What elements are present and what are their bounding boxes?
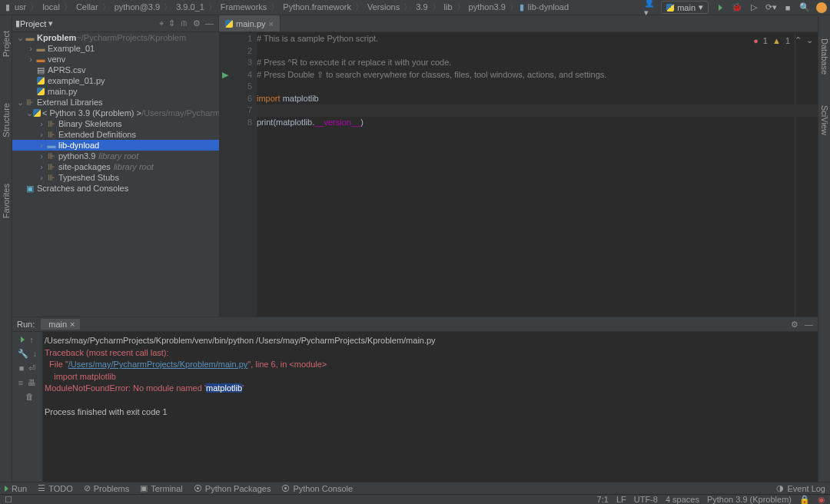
scroll-down-icon[interactable]: ↓	[33, 349, 38, 359]
print-icon[interactable]: 🖶	[28, 378, 36, 387]
bottom-toolbar: Run ☰ TODO ⊘ Problems ▣ Terminal ⦿ Pytho…	[0, 482, 830, 494]
python-icon	[666, 4, 674, 12]
tree-node[interactable]: ▤APRS.csv	[12, 65, 219, 75]
split-icon[interactable]: ⫙	[180, 18, 188, 28]
search-icon[interactable]: 🔍	[799, 2, 810, 13]
tree-node[interactable]: ⌄⊪External Libraries	[12, 97, 219, 108]
update-icon[interactable]: ⟳▾	[765, 2, 776, 13]
right-tool-strip: Database SciView	[818, 15, 830, 482]
editor-tabs: main.py ×	[219, 15, 281, 32]
breadcrumb-item[interactable]: python@3.9	[112, 2, 163, 12]
avatar[interactable]	[816, 2, 827, 13]
locate-icon[interactable]: ⌖	[159, 18, 164, 28]
run-gutter: ↑ 🔧↓ ■⏎ ≡🖶 🗑	[12, 332, 43, 482]
hide-panel-icon[interactable]: —	[205, 18, 214, 28]
python-console-tab[interactable]: ⦿ Python Console	[281, 484, 353, 493]
rerun-icon[interactable]	[21, 335, 25, 344]
tree-node[interactable]: example_01.py	[12, 75, 219, 86]
run-settings-icon[interactable]: ⚙	[791, 320, 798, 330]
tool-database[interactable]: Database	[820, 38, 829, 75]
project-tree[interactable]: ⌄▬Kproblem ~/PycharmProjects/Kproblem›▬E…	[12, 32, 220, 317]
tree-node[interactable]: ›⊪Binary Skeletons	[12, 118, 219, 129]
layout-icon[interactable]: ≡	[18, 378, 23, 387]
tree-node[interactable]: ›⊪site-packages library root	[12, 161, 219, 172]
stop-icon[interactable]: ■	[19, 363, 25, 373]
editor-tab-label: main.py	[236, 19, 266, 28]
soft-wrap-icon[interactable]: ⏎	[28, 363, 35, 373]
tool-favorites[interactable]: Favorites	[2, 184, 11, 218]
run-label: Run:	[17, 320, 35, 329]
inspection-summary[interactable]: ●1 ▲1 ⌃⌄	[753, 35, 813, 45]
run-tab[interactable]: Run	[5, 484, 27, 493]
app-icon: ▮	[3, 2, 12, 12]
lock-icon[interactable]: 🔒	[799, 495, 810, 505]
code-editor[interactable]: ▶ 12345678 # This is a sample Python scr…	[220, 32, 818, 317]
traceback-link[interactable]: /Users/may/PycharmProjects/Kproblem/main…	[68, 360, 248, 369]
run-console: ↑ 🔧↓ ■⏎ ≡🖶 🗑 /Users/may/PycharmProjects/…	[12, 332, 818, 482]
tree-node[interactable]: ›▬lib-dynload	[12, 140, 219, 151]
chevron-up-icon[interactable]: ⌃	[795, 35, 802, 45]
wrench-icon[interactable]: 🔧	[18, 349, 28, 359]
encoding[interactable]: UTF-8	[634, 495, 658, 505]
problems-tab[interactable]: ⊘ Problems	[84, 483, 129, 493]
interpreter[interactable]: Python 3.9 (Kproblem)	[707, 495, 792, 505]
todo-tab[interactable]: ☰ TODO	[38, 483, 73, 493]
run-config-tab[interactable]: main ×	[41, 319, 79, 330]
terminal-tab[interactable]: ▣ Terminal	[140, 483, 183, 493]
editor-tab[interactable]: main.py ×	[219, 15, 281, 32]
breadcrumb-item[interactable]: 3.9	[413, 2, 430, 12]
error-icon: ●	[753, 36, 759, 45]
run-icon[interactable]	[715, 2, 725, 13]
scroll-up-icon[interactable]: ↑	[29, 335, 34, 344]
trash-icon[interactable]: 🗑	[25, 392, 34, 401]
tree-node[interactable]: ›⊪python3.9 library root	[12, 151, 219, 161]
breadcrumb-item[interactable]: usr	[12, 2, 28, 12]
breadcrumb-item[interactable]: Versions	[365, 2, 402, 12]
tool-project[interactable]: Project	[2, 31, 11, 57]
status-left-icon[interactable]: ☐	[5, 495, 12, 505]
event-log-tab[interactable]: ◑ Event Log	[776, 483, 825, 493]
python-packages-tab[interactable]: ⦿ Python Packages	[194, 484, 271, 493]
hide-run-icon[interactable]: —	[805, 320, 813, 330]
run-config-selector[interactable]: main ▾	[661, 1, 709, 14]
sync-icon[interactable]: ■	[782, 2, 793, 13]
debug-icon[interactable]: 🐞	[732, 2, 742, 13]
line-ending[interactable]: LF	[616, 495, 626, 505]
code-area[interactable]: # This is a sample Python script. # Pres…	[257, 32, 818, 317]
breadcrumb-item[interactable]: Frameworks	[218, 2, 270, 12]
user-icon[interactable]: 👤▾	[644, 2, 655, 13]
indent[interactable]: 4 spaces	[666, 495, 699, 505]
project-toolbar: ▮ Project ▾ ⌖ ⇕ ⫙ ⚙ — main.py ×	[0, 15, 830, 32]
tree-node[interactable]: ›▬Example_01	[12, 43, 219, 54]
breadcrumb-item[interactable]: local	[40, 2, 62, 12]
tree-node[interactable]: ⌄< Python 3.9 (Kproblem) > /Users/may/Py…	[12, 108, 219, 118]
warning-icon: ▲	[772, 36, 781, 45]
breadcrumb-item[interactable]: Python.framework	[281, 2, 354, 12]
tree-node[interactable]: ›⊪Typeshed Stubs	[12, 172, 219, 183]
project-panel-title[interactable]: Project	[20, 19, 46, 28]
tree-node[interactable]: ▣Scratches and Consoles	[12, 183, 219, 194]
tree-node[interactable]: ⌄▬Kproblem ~/PycharmProjects/Kproblem	[12, 32, 219, 43]
expand-all-icon[interactable]: ⇕	[168, 18, 175, 28]
breadcrumb-item[interactable]: python3.9	[466, 2, 508, 12]
breadcrumb-item[interactable]: lib	[442, 2, 455, 12]
breadcrumb-item[interactable]: lib-dynload	[526, 2, 571, 12]
left-tool-strip: Project Structure Favorites	[0, 15, 12, 482]
console-output[interactable]: /Users/may/PycharmProjects/Kproblem/venv…	[43, 332, 818, 482]
breadcrumb-item[interactable]: 3.9.0_1	[174, 2, 207, 12]
tool-structure[interactable]: Structure	[2, 103, 11, 138]
breadcrumb-item[interactable]: Cellar	[74, 2, 101, 12]
cursor-position[interactable]: 7:1	[597, 495, 609, 505]
settings-icon[interactable]: ⚙	[193, 18, 201, 28]
status-bar: ☐ 7:1 LF UTF-8 4 spaces Python 3.9 (Kpro…	[0, 494, 830, 504]
close-icon[interactable]: ×	[269, 19, 274, 28]
tree-node[interactable]: main.py	[12, 86, 219, 97]
chevron-down-icon[interactable]: ⌄	[806, 35, 813, 45]
tool-sciview[interactable]: SciView	[820, 105, 829, 135]
run-toolbar: Run: main × ⚙ —	[12, 317, 818, 332]
tree-node[interactable]: ›▬venv	[12, 54, 219, 65]
ide-errors-icon[interactable]: ◉	[818, 495, 825, 505]
breadcrumb: ▮ usr〉local〉Cellar〉python@3.9〉3.9.0_1〉Fr…	[0, 0, 830, 15]
run-more-icon[interactable]: ▷	[749, 2, 759, 13]
tree-node[interactable]: ›⊪Extended Definitions	[12, 129, 219, 140]
